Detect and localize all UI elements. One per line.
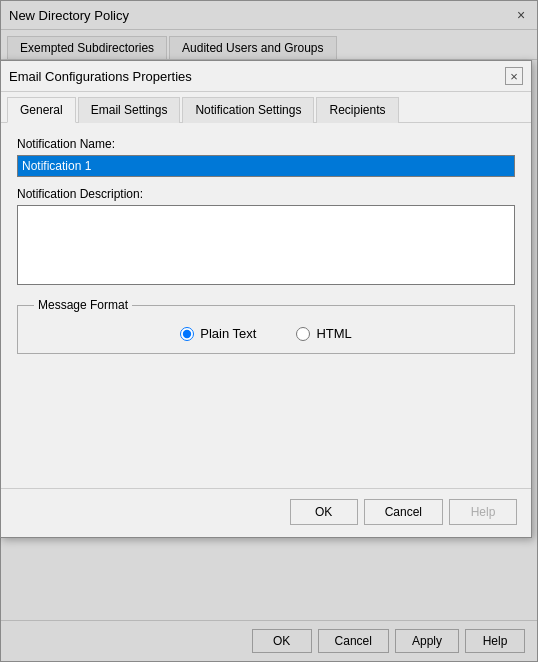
tab-email-settings[interactable]: Email Settings: [78, 97, 181, 123]
notification-desc-label: Notification Description:: [17, 187, 515, 201]
notification-name-input[interactable]: [17, 155, 515, 177]
modal-dialog: Email Configurations Properties × Genera…: [0, 60, 532, 538]
modal-help-button[interactable]: Help: [449, 499, 517, 525]
notification-name-group: Notification Name:: [17, 137, 515, 177]
modal-titlebar: Email Configurations Properties ×: [1, 61, 531, 92]
radio-plain-text-label[interactable]: Plain Text: [180, 326, 256, 341]
radio-html-label[interactable]: HTML: [296, 326, 351, 341]
modal-close-button[interactable]: ×: [505, 67, 523, 85]
message-format-legend: Message Format: [34, 298, 132, 312]
radio-plain-text-text: Plain Text: [200, 326, 256, 341]
notification-desc-textarea[interactable]: [17, 205, 515, 285]
radio-plain-text[interactable]: [180, 327, 194, 341]
modal-title: Email Configurations Properties: [9, 69, 192, 84]
notification-desc-group: Notification Description:: [17, 187, 515, 288]
notification-name-label: Notification Name:: [17, 137, 515, 151]
message-format-fieldset: Message Format Plain Text HTML: [17, 298, 515, 354]
tab-content-general: Notification Name: Notification Descript…: [1, 123, 531, 368]
modal-ok-button[interactable]: OK: [290, 499, 358, 525]
tab-general[interactable]: General: [7, 97, 76, 123]
modal-tabs-bar: General Email Settings Notification Sett…: [1, 92, 531, 123]
tab-recipients[interactable]: Recipients: [316, 97, 398, 123]
tab-notification-settings[interactable]: Notification Settings: [182, 97, 314, 123]
radio-html[interactable]: [296, 327, 310, 341]
radio-group-format: Plain Text HTML: [34, 326, 498, 341]
modal-cancel-button[interactable]: Cancel: [364, 499, 443, 525]
radio-html-text: HTML: [316, 326, 351, 341]
modal-footer: OK Cancel Help: [1, 488, 531, 537]
